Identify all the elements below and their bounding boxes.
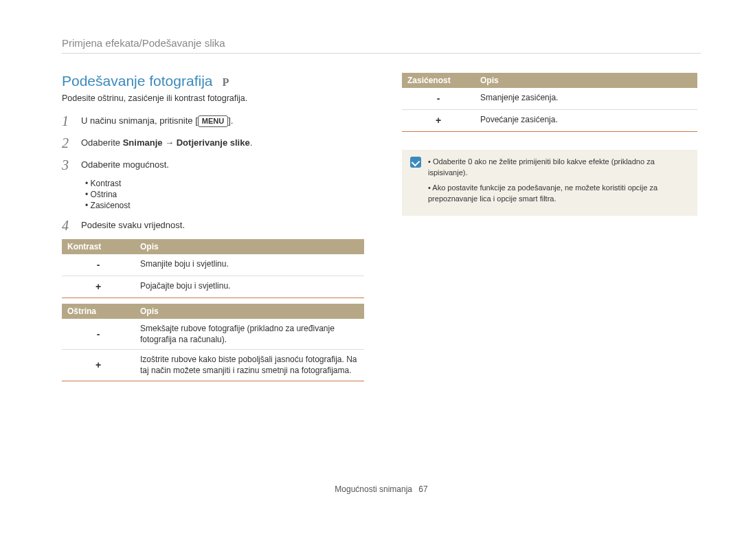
page-footer: Mogućnosti snimanja 67	[62, 484, 701, 494]
step-3: 3 Odaberite mogućnost.	[62, 157, 364, 172]
table-row: + Pojačajte boju i svjetlinu.	[62, 276, 364, 298]
table-row: - Smekšajte rubove fotografije (prikladn…	[62, 319, 364, 350]
note-list: Odaberite 0 ako ne želite primijeniti bi…	[428, 157, 689, 209]
options-sublist: Kontrast Oštrina Zasićenost	[85, 179, 364, 210]
step-text: U načinu snimanja, pritisnite [MENU].	[81, 113, 233, 127]
step-number: 3	[62, 157, 73, 172]
table-row: + Izoštrite rubove kako biste poboljšali…	[62, 350, 364, 381]
table-header: Opis	[135, 239, 364, 254]
step-text: Podesite svaku vrijednost.	[81, 217, 185, 232]
step-number: 4	[62, 217, 73, 232]
mode-indicator: P	[223, 76, 229, 89]
list-item: Odaberite 0 ako ne želite primijeniti bi…	[428, 157, 689, 179]
ostrina-table: Oštrina Opis - Smekšajte rubove fotograf…	[62, 304, 364, 381]
content-columns: Podešavanje fotografija P Podesite oštri…	[62, 73, 701, 381]
footer-label: Mogućnosti snimanja	[335, 484, 412, 494]
note-icon	[410, 157, 421, 168]
step-1: 1 U načinu snimanja, pritisnite [MENU].	[62, 113, 364, 128]
step-text: Odaberite mogućnost.	[81, 157, 169, 171]
table-row: + Povećanje zasićenja.	[402, 109, 697, 131]
step-number: 2	[62, 135, 73, 150]
page-title: Podešavanje fotografija	[62, 73, 213, 89]
table-header: Zasićenost	[402, 73, 475, 88]
kontrast-table: Kontrast Opis - Smanjite boju i svjetlin…	[62, 239, 364, 298]
list-item: Zasićenost	[85, 201, 364, 210]
list-item: Ako postavite funkcije za podešavanje, n…	[428, 183, 689, 205]
breadcrumb: Primjena efekata/Podešavanje slika	[62, 37, 701, 54]
left-column: Podešavanje fotografija P Podesite oštri…	[62, 73, 364, 381]
step-4: 4 Podesite svaku vrijednost.	[62, 217, 364, 232]
table-header: Opis	[475, 73, 697, 88]
heading-row: Podešavanje fotografija P	[62, 73, 364, 89]
table-row: - Smanjite boju i svjetlinu.	[62, 254, 364, 276]
table-header: Oštrina	[62, 304, 135, 319]
document-page: Primjena efekata/Podešavanje slika Podeš…	[0, 0, 742, 515]
zasicenost-table: Zasićenost Opis - Smanjenje zasićenja. +…	[402, 73, 697, 132]
table-header: Opis	[135, 304, 364, 319]
page-number: 67	[418, 484, 427, 494]
intro-text: Podesite oštrinu, zasićenje ili kontrast…	[62, 93, 364, 103]
step-text: Odaberite Snimanje → Dotjerivanje slike.	[81, 135, 252, 149]
right-column: Zasićenost Opis - Smanjenje zasićenja. +…	[402, 73, 697, 381]
list-item: Kontrast	[85, 179, 364, 188]
step-2: 2 Odaberite Snimanje → Dotjerivanje slik…	[62, 135, 364, 150]
table-row: - Smanjenje zasićenja.	[402, 88, 697, 109]
table-header: Kontrast	[62, 239, 135, 254]
menu-button-icon: MENU	[198, 115, 228, 127]
steps-list: 1 U načinu snimanja, pritisnite [MENU]. …	[62, 113, 364, 172]
note-box: Odaberite 0 ako ne želite primijeniti bi…	[402, 150, 697, 216]
step-number: 1	[62, 113, 73, 128]
list-item: Oštrina	[85, 190, 364, 199]
steps-list-cont: 4 Podesite svaku vrijednost.	[62, 217, 364, 232]
